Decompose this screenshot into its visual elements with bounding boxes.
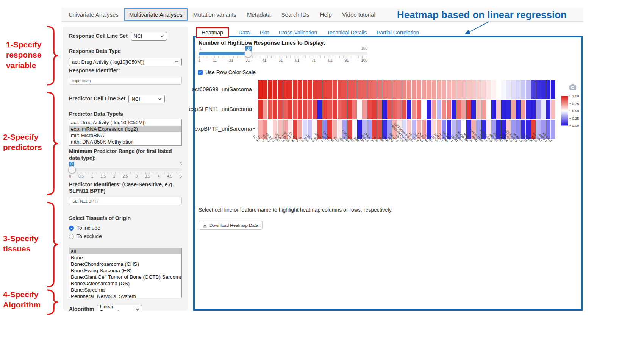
heatmap-cell	[461, 80, 466, 99]
heatmap-cell	[347, 100, 352, 119]
heatmap-row: expBPTF_uniSarcoma	[197, 125, 255, 132]
annotation-brace-3	[48, 203, 58, 287]
tissue-option[interactable]: all	[69, 248, 181, 254]
tissue-option[interactable]: Bone:Chondrosarcoma (CHS)	[69, 261, 181, 267]
slider-max-label: 100	[361, 46, 367, 50]
heatmap-row-label[interactable]: expBPTF_uniSarcoma	[195, 125, 252, 132]
heatmap-cell	[333, 100, 337, 119]
tissue-option[interactable]: Bone:Giant Cell Tumor of Bone (GCTB) Sar…	[69, 274, 181, 280]
tissue-option[interactable]: Bone	[69, 254, 181, 261]
heatmap-cell	[347, 80, 352, 99]
heatmap-cell	[372, 80, 377, 99]
nav-item-univariate-analyses[interactable]: Univariate Analyses	[64, 8, 123, 21]
heatmap-cell	[442, 100, 446, 119]
heatmap-cell	[258, 80, 263, 99]
predictor-data-type-option[interactable]: act: Drug Activity (-log10[IC50M])	[69, 119, 181, 126]
tick-label: 91	[345, 58, 349, 62]
annotation-line: response	[6, 50, 41, 60]
tick-label: 31	[245, 58, 250, 62]
annotation-step-2: 2-Specifypredictors	[3, 132, 42, 153]
nav-item-help[interactable]: Help	[315, 8, 337, 21]
tab-plot[interactable]: Plot	[259, 30, 269, 36]
heatmap-cell	[526, 100, 530, 119]
chevron-down-icon	[136, 308, 139, 311]
nav-item-search-ids[interactable]: Search IDs	[276, 8, 314, 21]
nav-item-metadata[interactable]: Metadata	[242, 8, 276, 21]
min-predictor-range-slider[interactable]: 0 5 00.511.522.533.544.55	[69, 162, 182, 179]
heatmap-cell	[437, 100, 441, 119]
heatmap-cell	[481, 80, 486, 99]
heatmap-cell	[313, 80, 317, 99]
heatmap-cell	[432, 80, 436, 99]
download-heatmap-data-button[interactable]: Download Heatmap Data	[199, 221, 263, 230]
tick-label: 3.5	[145, 174, 150, 178]
heatmap-cell	[298, 80, 302, 99]
tab-partial-correlation[interactable]: Partial Correlation	[377, 30, 419, 36]
tissue-include-radio[interactable]: To include	[69, 225, 182, 231]
heatmap-cell	[298, 100, 302, 119]
heatmap-cell	[263, 100, 267, 119]
heatmap-cell	[427, 80, 431, 99]
annotation-step-3: 3-Specifytissues	[3, 233, 38, 254]
tissue-option[interactable]: Peripheral_Nervous_System	[69, 293, 181, 298]
response-lines-slider[interactable]: 1 30 100 1112131415161718191100	[199, 46, 367, 63]
slider-track[interactable]	[69, 168, 182, 171]
slider-fill	[199, 52, 248, 55]
tissue-option[interactable]: Bone:Osteosarcoma (OS)	[69, 280, 181, 287]
heatmap-cell	[367, 100, 372, 119]
algorithm-select[interactable]: Linear Regression	[97, 305, 142, 311]
heatmap-cell	[352, 120, 357, 139]
annotation-brace-4	[48, 290, 58, 314]
tissue-option[interactable]: Bone:Sarcoma	[69, 287, 181, 293]
nav-item-multivariate-analyses[interactable]: Multivariate Analyses	[124, 8, 188, 21]
predictor-data-type-option[interactable]: exp: mRNA Expression (log2)	[69, 126, 181, 132]
heatmap-cell	[481, 100, 486, 119]
row-color-scale-checkbox[interactable]: ✓ Use Row Color Scale	[198, 69, 256, 75]
tick-label: 1	[199, 58, 201, 62]
axis-tick	[253, 109, 255, 109]
predictor-data-type-option[interactable]: mir: MicroRNA	[69, 132, 181, 139]
response-identifier-input[interactable]: topotecan	[69, 76, 182, 85]
camera-icon[interactable]	[569, 84, 576, 90]
annotation-line: variable	[6, 60, 41, 70]
heatmap-cell	[506, 80, 511, 99]
response-data-type-select[interactable]: act: Drug Activity (-log10[IC50M])	[69, 58, 182, 66]
heatmap-cell	[263, 80, 267, 99]
tab-technical-details[interactable]: Technical Details	[327, 30, 367, 36]
tissue-option[interactable]: Bone:Ewing Sarcoma (ES)	[69, 267, 181, 274]
heatmap-row-label[interactable]: act609699_uniSarcoma	[192, 86, 252, 92]
colorbar-tick-label: 0.25	[569, 117, 579, 120]
heatmap-cell	[476, 80, 481, 99]
tab-cross-validation[interactable]: Cross-Validation	[279, 30, 317, 36]
heatmap-cell	[283, 80, 288, 99]
tab-heatmap[interactable]: Heatmap	[196, 27, 229, 38]
heatmap-cell	[322, 100, 327, 119]
heatmap-cell	[506, 100, 511, 119]
heatmap-help-text: Select cell line or feature name to high…	[199, 207, 393, 213]
predictor-data-type-option[interactable]: mth: DNA 850K Methylation	[69, 139, 181, 145]
chevron-down-icon	[160, 35, 164, 37]
heatmap-row-label[interactable]: expSLFN11_uniSarcoma	[189, 106, 252, 112]
heatmap-cell	[501, 100, 506, 119]
heatmap-cell	[486, 100, 491, 119]
tick-label: 5	[180, 174, 182, 178]
nav-item-video-tutorial[interactable]: Video tutorial	[337, 8, 380, 21]
tissue-exclude-radio[interactable]: To exclude	[69, 233, 182, 239]
tick-label: 0	[69, 174, 71, 178]
predictor-cell-line-set-select[interactable]: NCI	[128, 95, 165, 103]
nav-item-mutation-variants[interactable]: Mutation variants	[188, 8, 241, 21]
tissue-list: allBoneBone:Chondrosarcoma (CHS)Bone:Ewi…	[69, 248, 182, 298]
tab-data[interactable]: Data	[239, 30, 250, 36]
heatmap-cell	[541, 100, 546, 119]
annotation-arrow	[465, 22, 489, 34]
heatmap-cell	[387, 100, 392, 119]
response-cell-line-set-select[interactable]: NCI	[131, 32, 167, 41]
response-identifier-label: Response Identifier:	[69, 67, 182, 74]
slider-handle[interactable]	[244, 50, 252, 58]
heatmap-cell	[308, 80, 312, 99]
predictor-identifiers-input[interactable]: SLFN11 BPTF	[69, 197, 182, 205]
slider-handle[interactable]	[68, 166, 76, 173]
annotation-line: predictors	[3, 142, 42, 152]
heatmap-cell	[382, 100, 387, 119]
heatmap-cell	[551, 100, 555, 119]
